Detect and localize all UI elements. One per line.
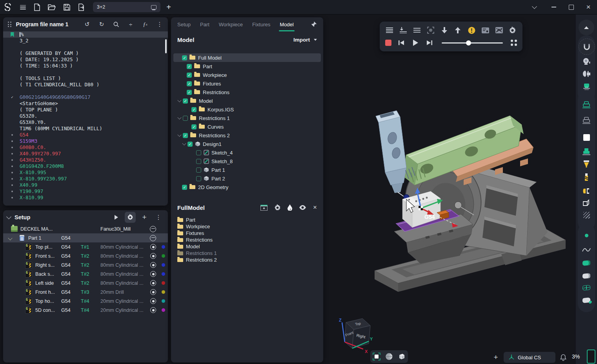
checkbox[interactable]	[196, 167, 201, 173]
operation-row[interactable]: G Front h... G54 T#3 20mm Drill	[3, 288, 168, 297]
code-line[interactable]: T1M6 (80MM CYLINDRICAL MILL)	[3, 126, 168, 132]
new-file-button[interactable]	[30, 0, 44, 14]
tree-item-sketch-8[interactable]: Sketch_8	[173, 157, 321, 166]
operation-row[interactable]: G Right s... G54 T#2 80mm Cylindrical ..…	[3, 260, 168, 269]
editor-scrollbar[interactable]	[165, 39, 167, 53]
code-line[interactable]: G01G94Z0.F200M8	[3, 163, 168, 169]
show-vertices-button[interactable]	[579, 292, 594, 308]
scroll-up-button[interactable]	[579, 20, 594, 35]
tab-model[interactable]: Model	[280, 17, 293, 31]
tree-item-restrictions[interactable]: ✓Restrictions	[173, 88, 321, 96]
undo-button[interactable]: ↺	[84, 21, 91, 28]
simulation-settings-button[interactable]	[508, 26, 517, 35]
close-section-button[interactable]: ×	[313, 204, 317, 211]
functions-button[interactable]: ƒx	[142, 21, 149, 28]
list-item-part[interactable]: Part	[177, 217, 317, 223]
add-tab-button[interactable]: +	[162, 0, 176, 14]
code-line[interactable]: ✓G00G21G40G49G69G80G90G17	[3, 94, 168, 100]
select-mode-button[interactable]	[372, 352, 381, 361]
target-icon[interactable]	[150, 244, 156, 250]
code-line[interactable]: ( TOOLS LIST )	[3, 75, 168, 82]
view-orientation-cube[interactable]: Top Front Right Z X Y	[332, 316, 374, 355]
code-line[interactable]: X-810.995	[3, 169, 168, 176]
code-line[interactable]	[3, 88, 168, 94]
list-item-restrictions[interactable]: Restrictions	[177, 237, 317, 243]
fullmodel-settings-button[interactable]	[274, 204, 281, 211]
part-row[interactable]: Part 1 G54	[3, 233, 168, 242]
workpiece-stock-button[interactable]	[579, 78, 594, 94]
machine-panel-button[interactable]	[481, 26, 490, 35]
code-line[interactable]: G43H1Z50.	[3, 157, 168, 163]
code-line[interactable]: ( DATE: 19.12.2025 )	[3, 56, 168, 63]
tree-item-part[interactable]: ✓Part	[173, 62, 321, 71]
tree-item-sketch-4[interactable]: Sketch_4	[173, 148, 321, 157]
list-item-restrictions-1[interactable]: Restrictions 1	[177, 250, 317, 257]
stop-button[interactable]	[385, 40, 391, 46]
list-item-workpiece[interactable]: Workpiece	[177, 223, 317, 230]
checkbox[interactable]: ✓	[187, 81, 192, 86]
code-line[interactable]: G53X0.Y0.	[3, 119, 168, 126]
code-line[interactable]	[3, 69, 168, 75]
checkbox[interactable]: ✓	[187, 64, 192, 69]
code-line[interactable]: ( TIME: 15:04:33 )	[3, 63, 168, 69]
add-operation-button[interactable]: +	[139, 212, 150, 223]
split-view-button[interactable]: ÷	[127, 21, 134, 28]
checkbox[interactable]: ✓	[187, 73, 192, 78]
tree-item-fixtures[interactable]: ✓Fixtures	[173, 79, 321, 88]
tree-item-workpiece[interactable]: ✓Workpiece	[173, 71, 321, 79]
current-lines-button[interactable]	[413, 26, 421, 35]
coordinate-system-selector[interactable]: Global CS	[504, 352, 555, 363]
code-line[interactable]: 3_2	[3, 38, 168, 44]
slider-knob[interactable]	[466, 40, 471, 46]
tree-item-restrictions-2[interactable]: ✓Restrictions 2	[173, 131, 321, 140]
list-item-model[interactable]: Model	[177, 243, 317, 250]
tree-item-part-2[interactable]: Part 2	[173, 174, 321, 183]
operation-row[interactable]: G Left side G54 T#2 80mm Cylindrical ...	[3, 278, 168, 288]
operation-row[interactable]: G Top ho... G54 T#4 20mm Cylindrical ...	[3, 297, 168, 306]
add-coordinate-system-button[interactable]: +	[490, 352, 501, 363]
collision-check-button[interactable]	[495, 26, 503, 35]
move-up-button[interactable]	[453, 26, 462, 35]
collapse-circle-icon[interactable]	[150, 226, 156, 232]
search-button[interactable]	[113, 21, 120, 28]
collapse-chevron-icon[interactable]	[6, 214, 11, 219]
add-folder-button[interactable]	[260, 205, 268, 211]
focus-tool-button[interactable]	[426, 26, 435, 35]
simulation-speed-slider[interactable]	[442, 42, 503, 44]
checkbox[interactable]: ✓	[187, 90, 192, 95]
tree-item-restrictions-1[interactable]: Restrictions 1	[173, 114, 321, 122]
checkbox[interactable]: ✓	[183, 98, 188, 104]
minimize-button[interactable]	[546, 0, 562, 14]
warnings-button[interactable]	[467, 26, 476, 35]
code-line[interactable]: Y190.997	[3, 188, 168, 195]
main-menu-button[interactable]	[16, 0, 30, 14]
pin-panel-button[interactable]	[311, 21, 317, 27]
checkbox[interactable]	[196, 176, 201, 181]
document-tab[interactable]: 3+2	[93, 2, 160, 12]
save-button[interactable]	[60, 0, 74, 14]
chevron-down-icon[interactable]	[177, 133, 181, 136]
code-line[interactable]: X-810.99Y230.997	[3, 176, 168, 182]
drag-handle-icon[interactable]	[8, 22, 11, 27]
operation-row[interactable]: G Front s... G54 T#2 80mm Cylindrical ..…	[3, 251, 168, 260]
code-line[interactable]: G54	[3, 132, 168, 138]
code-line[interactable]: ( GENERATED BY CAM )	[3, 50, 168, 56]
checkbox[interactable]	[183, 116, 188, 121]
expand-chevron-icon[interactable]	[8, 236, 12, 240]
show-points-button[interactable]	[579, 228, 594, 243]
code-line[interactable]: <StartGoHome>	[3, 100, 168, 107]
show-all-moves-button[interactable]	[385, 26, 394, 35]
target-icon[interactable]	[150, 253, 156, 259]
tree-item-part-1[interactable]: Part 1	[173, 166, 321, 174]
collapse-circle-icon[interactable]	[150, 235, 156, 241]
tree-item-design1[interactable]: ✓Design1	[173, 140, 321, 148]
tab-setup[interactable]: Setup	[177, 17, 191, 31]
skip-to-start-button[interactable]	[397, 38, 406, 47]
checkbox[interactable]: ✓	[182, 55, 187, 60]
code-line[interactable]	[3, 44, 168, 50]
notifications-button[interactable]	[558, 352, 569, 363]
machining-settings-button[interactable]	[125, 212, 136, 223]
code-line[interactable]: X40.99Y270.997	[3, 151, 168, 157]
checkbox[interactable]	[196, 150, 201, 155]
checkbox[interactable]: ✓	[191, 107, 197, 112]
